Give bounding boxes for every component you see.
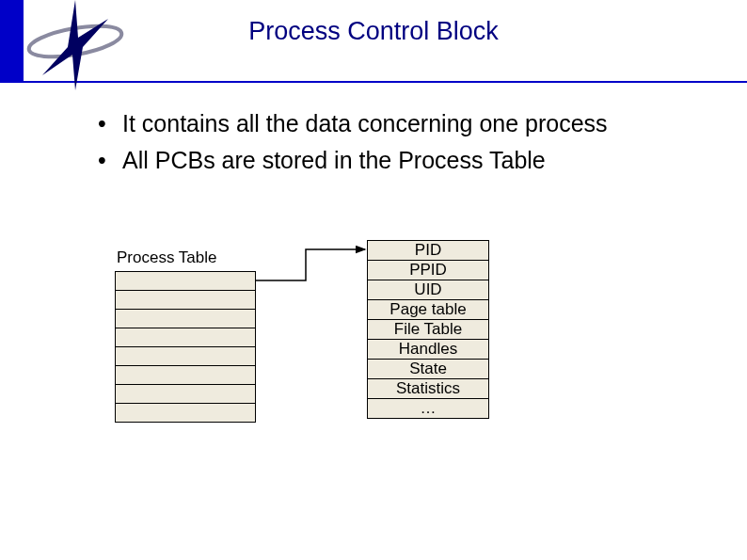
pcb-field: PID [368,241,489,261]
bullet-list: It contains all the data concerning one … [94,108,696,181]
bullet-item: It contains all the data concerning one … [94,108,696,139]
pcb-field: Page table [368,300,489,320]
table-row: PID [368,241,489,261]
table-row: … [368,399,489,419]
pcb-field: UID [368,280,489,300]
table-row: Statistics [368,379,489,399]
pcb-fields-box: PID PPID UID Page table File Table Handl… [367,240,489,419]
bullet-text: All PCBs are stored in the Process Table [122,147,546,173]
pcb-field: State [368,360,489,379]
pcb-field: File Table [368,320,489,340]
table-row: PPID [368,261,489,280]
slide-title: Process Control Block [0,17,747,46]
table-row: File Table [368,320,489,340]
bullet-item: All PCBs are stored in the Process Table [94,145,696,176]
table-row: UID [368,280,489,300]
pcb-field: … [368,399,489,419]
table-row: State [368,360,489,379]
table-row: Page table [368,300,489,320]
pcb-diagram: Process Table PID PPID UID Page table Fi… [103,235,612,518]
table-row: Handles [368,340,489,360]
pcb-field: Statistics [368,379,489,399]
bullet-text: It contains all the data concerning one … [122,110,608,136]
pcb-field: Handles [368,340,489,360]
pcb-field: PPID [368,261,489,280]
